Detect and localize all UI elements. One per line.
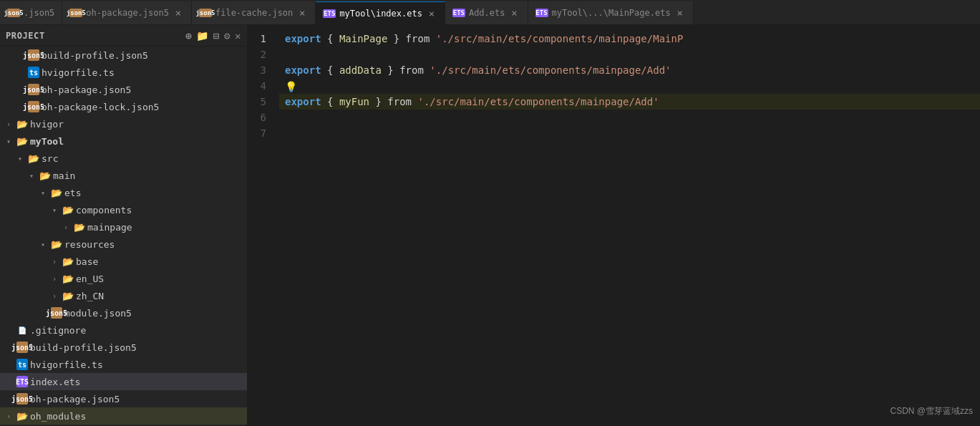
item-label: oh-package.json5	[42, 84, 131, 95]
keyword-from: from	[387, 94, 412, 110]
tab-label: oh-package.json5	[86, 8, 169, 18]
tree-item-hvigor[interactable]: 📂 hvigor	[0, 115, 247, 132]
item-label: oh_modules	[30, 411, 86, 422]
code-line-5: export { myFun } from './src/main/ets/co…	[279, 94, 980, 110]
item-label: oh-package.json5	[30, 394, 120, 405]
tab-file-cache-json[interactable]: json5 file-cache.json ×	[192, 1, 316, 24]
tab-badge-json5: json5	[7, 9, 20, 17]
file-badge-ets: ETS	[16, 376, 28, 387]
folder-icon: 📂	[16, 410, 28, 422]
tree-item-hvigorfile-ts[interactable]: ts hvigorfile.ts	[0, 64, 247, 81]
folder-icon: 📂	[74, 221, 85, 233]
tab-bar: json5 .json5 json5 oh-package.json5 × js…	[0, 0, 980, 25]
string-path-3: './src/main/ets/components/mainpage/Add'	[417, 94, 659, 110]
file-badge-json5: json5	[51, 307, 62, 319]
chevron-icon	[3, 135, 14, 147]
add-folder-icon[interactable]: 📁	[196, 30, 209, 42]
line-numbers: 1 2 3 4 5 6 7	[247, 25, 279, 426]
add-file-icon[interactable]: ⊕	[185, 30, 192, 42]
punct: {	[321, 62, 339, 78]
tab-label: Add.ets	[469, 8, 505, 18]
code-content[interactable]: export { MainPage } from './src/main/ets…	[279, 25, 980, 426]
punct: }	[382, 62, 399, 78]
chevron-icon	[3, 118, 14, 130]
code-line-7	[279, 125, 980, 141]
item-label: index.ets	[30, 377, 80, 387]
tree-item-main[interactable]: 📂 main	[0, 167, 247, 184]
folder-icon: 📂	[62, 256, 74, 267]
file-badge-json5: json5	[28, 84, 39, 95]
identifier-myFun: myFun	[339, 94, 369, 110]
tree-item-module-json5[interactable]: json5 module.json5	[0, 304, 247, 321]
tab-close-icon[interactable]: ×	[674, 7, 686, 19]
chevron-icon	[37, 187, 49, 198]
tab-label: myTool\index.ets	[339, 9, 422, 19]
tab-close-icon[interactable]: ×	[296, 7, 308, 19]
tree-item-en-US[interactable]: 📂 en_US	[0, 270, 247, 287]
code-line-2	[279, 47, 980, 62]
tree-item-src[interactable]: 📂 src	[0, 150, 247, 167]
tree-item-base[interactable]: 📂 base	[0, 253, 247, 270]
item-label: module.json5	[64, 308, 132, 319]
punct: {	[321, 31, 339, 47]
settings-icon[interactable]: ⚙	[224, 30, 231, 42]
tab-add-ets[interactable]: ETS Add.ets ×	[445, 1, 528, 24]
tab-oh-package-json5[interactable]: json5 oh-package.json5 ×	[62, 1, 192, 24]
tab-json5-1[interactable]: json5 .json5	[0, 1, 62, 24]
tab-label: .json5	[24, 8, 54, 18]
main-layout: Project ⊕ 📁 ⊟ ⚙ ✕ json5 build-profile.js…	[0, 25, 980, 426]
tree-item-mainpage[interactable]: 📂 mainpage	[0, 218, 247, 236]
tree-item-ets[interactable]: 📂 ets	[0, 184, 247, 201]
tree-item-resources[interactable]: 📂 resources	[0, 236, 247, 253]
tree-item-gitignore-1[interactable]: 📄 .gitignore	[0, 321, 247, 339]
file-badge-json5: json5	[28, 101, 39, 112]
item-label: src	[42, 153, 58, 164]
keyword-export: export	[285, 31, 321, 47]
sidebar-toolbar: ⊕ 📁 ⊟ ⚙ ✕	[185, 30, 241, 42]
tab-myTool-mainpage-ets[interactable]: ETS myTool\...\MainPage.ets ×	[528, 1, 694, 24]
tree-item-oh-package-lock[interactable]: json5 oh-package-lock.json5	[0, 98, 247, 115]
identifier-addData: addData	[339, 62, 382, 78]
item-label: main	[53, 170, 75, 181]
tree-item-build-profile-json5-2[interactable]: json5 build-profile.json5	[0, 339, 247, 356]
sidebar: Project ⊕ 📁 ⊟ ⚙ ✕ json5 build-profile.js…	[0, 25, 247, 426]
lightbulb-icon[interactable]: 💡	[285, 79, 299, 93]
tab-myTool-index-ets[interactable]: ETS myTool\index.ets ×	[316, 1, 445, 24]
punct: }	[369, 94, 387, 110]
tab-close-icon[interactable]: ×	[509, 7, 520, 19]
file-badge-ts: ts	[28, 67, 39, 78]
tree-item-oh-package-json5[interactable]: json5 oh-package.json5	[0, 81, 247, 98]
chevron-icon	[37, 238, 49, 250]
keyword-from: from	[399, 62, 424, 78]
tree-item-zh-CN[interactable]: 📂 zh_CN	[0, 287, 247, 304]
tab-close-icon[interactable]: ×	[173, 7, 184, 19]
chevron-icon	[60, 221, 72, 233]
tree-item-index-ets[interactable]: ETS index.ets	[0, 373, 247, 390]
item-label: resources	[64, 239, 115, 250]
folder-icon: 📂	[51, 187, 62, 198]
file-badge-json5: json5	[28, 49, 39, 61]
tree-item-hvigorfile-ts-2[interactable]: ts hvigorfile.ts	[0, 356, 247, 373]
file-badge-json5: json5	[16, 342, 28, 353]
item-label: components	[76, 205, 132, 216]
tab-close-icon[interactable]: ×	[426, 8, 437, 19]
tree-item-oh-package-json5-3[interactable]: json5 oh-package.json5	[0, 390, 247, 407]
line-number-2: 2	[247, 47, 272, 62]
item-label: zh_CN	[76, 291, 104, 301]
keyword-from: from	[406, 31, 430, 47]
tree-item-myTool[interactable]: 📂 myTool	[0, 132, 247, 150]
item-label: ets	[64, 188, 81, 198]
tree-item-components[interactable]: 📂 components	[0, 201, 247, 218]
punct	[412, 94, 417, 110]
tree-item-oh-modules[interactable]: 📂 oh_modules	[0, 407, 247, 425]
tree-item-build-profile-json5[interactable]: json5 build-profile.json5	[0, 47, 247, 64]
collapse-icon[interactable]: ⊟	[213, 30, 220, 42]
chevron-icon	[49, 273, 60, 284]
tab-label: file-cache.json	[215, 8, 293, 18]
item-label: myTool	[30, 136, 64, 147]
close-icon[interactable]: ✕	[235, 30, 241, 42]
chevron-icon	[26, 170, 37, 181]
code-line-1: export { MainPage } from './src/main/ets…	[279, 31, 980, 47]
punct: }	[387, 31, 405, 47]
folder-icon: 📂	[62, 290, 74, 301]
